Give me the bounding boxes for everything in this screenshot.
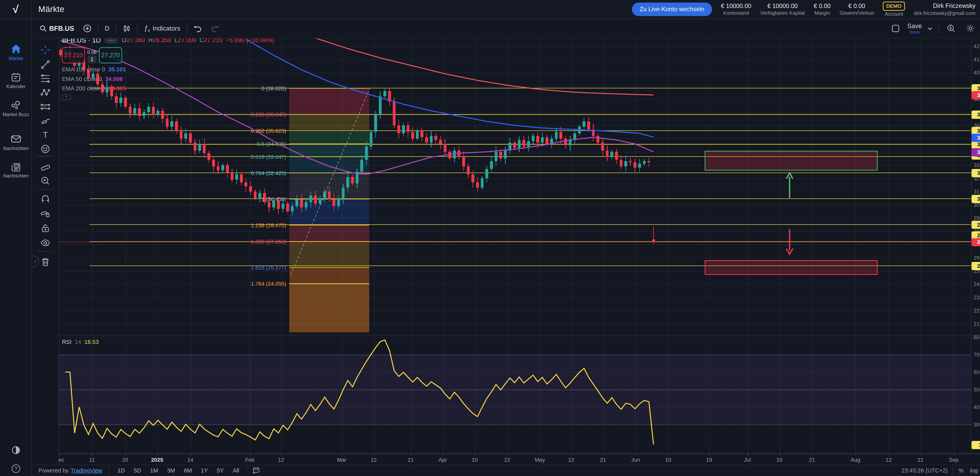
user-name: Dirk Friczewsky (933, 2, 975, 10)
text-tool[interactable]: T (39, 128, 52, 141)
theme-toggle-icon[interactable] (0, 446, 32, 454)
price-axis-tick: 21.000 (974, 321, 980, 327)
redo-button[interactable] (208, 22, 222, 35)
time-tick (540, 454, 540, 456)
sidebar-item-märkte[interactable]: Märkte (0, 43, 32, 61)
price-axis-tick: 29.000 (974, 215, 980, 221)
sidebar-item-kalender[interactable]: Kalender (0, 72, 32, 89)
symbol-search-button[interactable]: BFB.US (37, 23, 76, 34)
price-axis-tick: 23.000 (974, 295, 980, 301)
crosshair-tool[interactable] (39, 43, 52, 56)
range-button-3m[interactable]: 3M (164, 466, 178, 475)
measure-tool[interactable] (39, 160, 52, 172)
price-axis-tick: 40.000 (974, 70, 980, 76)
buy-button[interactable]: 27.270 (99, 47, 122, 63)
scale-mode-log[interactable]: log (970, 467, 978, 474)
range-button-1y[interactable]: 1Y (197, 466, 211, 475)
account-type: DEMO Account (883, 2, 905, 17)
range-button-5y[interactable]: 5Y (214, 466, 227, 475)
magnet-tool[interactable] (39, 193, 52, 205)
sidebar-item-nachrichten[interactable]: Nachrichten (0, 134, 32, 151)
help-icon[interactable]: ? (0, 465, 32, 473)
scale-mode-buttons: %logauto (959, 467, 980, 474)
bottom-toolbar: Powered by TradingView 1D5D1M3M6M1Y5YAll… (32, 465, 980, 476)
legend-collapse-button[interactable]: ^ (62, 94, 71, 100)
clock[interactable]: 23:45:26 (UTC+2) (902, 467, 948, 474)
range-button-1d[interactable]: 1D (114, 466, 128, 475)
tradingview-link[interactable]: TradingView (70, 467, 102, 474)
calendar-icon (11, 72, 21, 82)
time-tick (190, 454, 191, 456)
sidebar-item-nachrichten[interactable]: Nachrichten (0, 162, 32, 179)
time-tick (603, 454, 604, 456)
symbol-name: BFB.US (49, 25, 74, 32)
time-tick-label: 14 (188, 457, 194, 463)
range-button-all[interactable]: All (229, 466, 242, 475)
time-tick-label: Mar (337, 457, 347, 463)
chart-type-button[interactable] (120, 23, 133, 34)
indicator-row[interactable]: EMA 50 close 034.006 (62, 76, 274, 82)
trade-widget: 27.210 0.06 1 27.270 (62, 47, 274, 63)
switch-live-account-button[interactable]: Zu Live-Konto wechseln (632, 3, 712, 16)
drawing-mode-tool[interactable] (39, 207, 52, 220)
remove-drawings-tool[interactable] (39, 256, 52, 268)
indicator-row[interactable]: EMA 200 close 038.315 (62, 85, 274, 92)
projection-tool[interactable] (39, 100, 52, 113)
price-axis-tick: 42.000 (974, 43, 980, 49)
interval-button[interactable]: D (102, 23, 112, 34)
lock-all-tool[interactable] (39, 222, 52, 234)
rsi-axis-tick: 50.00 (974, 387, 980, 393)
emoji-tool[interactable] (39, 143, 52, 155)
trend-line-tool[interactable] (39, 58, 52, 71)
pattern-tool[interactable] (39, 86, 52, 99)
candlestick-icon (123, 25, 130, 32)
time-tick (443, 454, 443, 456)
range-button-6m[interactable]: 6M (181, 466, 195, 475)
pane-divider[interactable] (32, 335, 980, 336)
indicator-row[interactable]: EMA 100 close 035.101 (62, 66, 274, 73)
rsi-legend[interactable]: RSI 14 18.53 (62, 339, 99, 345)
indicators-button[interactable]: ƒx Indicators (141, 22, 183, 35)
time-tick-label: 12 (278, 457, 284, 463)
sidebar-item-market-buzz[interactable]: Market Buzz (0, 100, 32, 118)
rsi-period: 14 (75, 339, 81, 345)
hide-all-tool[interactable] (39, 236, 52, 249)
indicator-legend: EMA 100 close 035.101EMA 50 close 034.00… (62, 66, 274, 92)
time-tick (571, 454, 572, 456)
go-to-date-icon[interactable] (248, 465, 263, 476)
quantity-field[interactable]: 1 (88, 56, 97, 63)
indicator-price-label: 38.315 (972, 91, 980, 99)
plus-circle-icon (83, 24, 91, 33)
time-tick (250, 454, 250, 456)
time-tick (709, 454, 710, 456)
user-info[interactable]: Dirk Friczewsky dirk.friczewsky@gmail.co… (914, 2, 975, 16)
chevron-down-icon[interactable] (927, 25, 933, 32)
price-axis-tick: 24.000 (974, 281, 980, 287)
save-button[interactable]: Save Save (907, 22, 922, 35)
time-tick-label: 2025 (151, 457, 163, 463)
time-axis[interactable]: Dec1120202514Feb12Mar1221Apr1022May1221J… (32, 454, 980, 465)
undo-button[interactable] (191, 22, 204, 35)
rectangle-drawing-2[interactable] (705, 260, 878, 275)
page-title: Märkte (38, 5, 65, 14)
gear-icon[interactable] (963, 22, 977, 35)
time-tick (92, 454, 92, 456)
fib-retracement-tool[interactable] (39, 72, 52, 85)
time-tick-label: Feb (245, 457, 255, 463)
layout-panel-button[interactable] (889, 22, 902, 35)
app-logo[interactable]: √ (0, 0, 32, 19)
time-tick (507, 454, 508, 456)
range-button-5d[interactable]: 5D (130, 466, 144, 475)
compare-add-button[interactable] (81, 22, 94, 35)
level-price-label: 36.846 (972, 111, 980, 119)
brush-tool[interactable] (39, 114, 52, 127)
time-tick (374, 454, 374, 456)
sell-button[interactable]: 27.210 (62, 47, 85, 63)
account-type-label: Account (885, 11, 903, 17)
zoom-in-tool[interactable] (39, 175, 52, 187)
rectangle-drawing-1[interactable] (705, 151, 878, 170)
range-button-1m[interactable]: 1M (147, 466, 161, 475)
time-tick-label: 11 (89, 457, 95, 463)
scale-mode-percent[interactable]: % (959, 467, 964, 474)
quick-search-icon[interactable] (944, 22, 958, 35)
